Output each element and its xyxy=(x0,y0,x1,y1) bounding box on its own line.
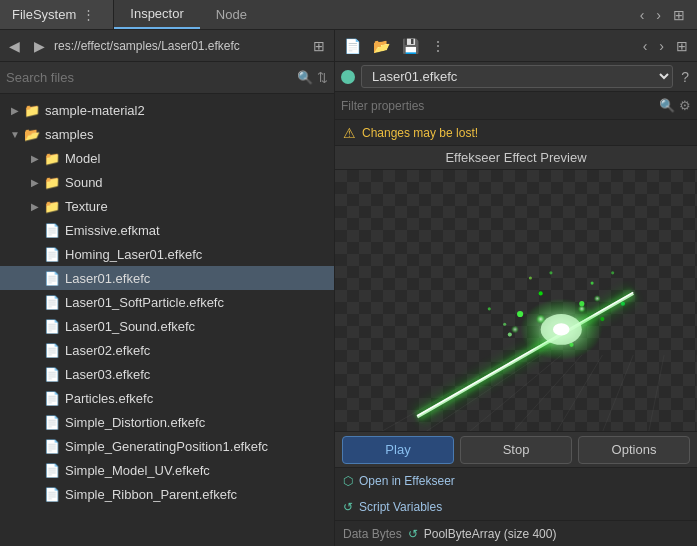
nav-next-button[interactable]: › xyxy=(654,36,669,56)
script-variables-link[interactable]: ↺ Script Variables xyxy=(335,494,697,520)
chevron-right-icon: ▶ xyxy=(28,201,42,212)
svg-line-10 xyxy=(417,293,633,416)
new-resource-button[interactable]: 📄 xyxy=(339,36,366,56)
chevron-right-icon: ▶ xyxy=(28,153,42,164)
list-item[interactable]: ▶ 📁 sample-material2 xyxy=(0,98,334,122)
filesystem-tab-menu[interactable]: ⋮ xyxy=(82,7,101,22)
list-item[interactable]: ▶ 📁 Texture xyxy=(0,194,334,218)
file-icon: 📄 xyxy=(44,367,60,382)
svg-point-24 xyxy=(569,343,573,347)
preview-canvas xyxy=(335,170,697,431)
left-panel: ◀ ▶ res://effect/samples/Laser01.efkefc … xyxy=(0,30,335,546)
folder-icon: 📁 xyxy=(44,151,60,166)
list-item[interactable]: ▶ 📁 Model xyxy=(0,146,334,170)
list-item[interactable]: ▶ 📄 Emissive.efkmat xyxy=(0,218,334,242)
path-back-button[interactable]: ◀ xyxy=(4,36,25,56)
path-layout-button[interactable]: ⊞ xyxy=(308,36,330,56)
svg-line-6 xyxy=(644,355,665,431)
svg-point-21 xyxy=(591,282,594,285)
list-item[interactable]: ▶ 📄 Laser01_SoftParticle.efkefc xyxy=(0,290,334,314)
list-item[interactable]: ▶ 📄 Laser01.efkefc xyxy=(0,266,334,290)
file-icon: 📄 xyxy=(44,463,60,478)
right-panel: 📄 📂 💾 ⋮ ‹ › ⊞ Laser01.efkefc ? 🔍 ⚙ ⚠ Ch xyxy=(335,30,697,546)
tree-item-label: Laser02.efkefc xyxy=(65,343,150,358)
tree-item-label: Simple_GeneratingPosition1.efkefc xyxy=(65,439,268,454)
top-bar: FileSystem ⋮ Inspector Node ‹ › ⊞ xyxy=(0,0,697,30)
tree-item-label: Simple_Distortion.efkefc xyxy=(65,415,205,430)
options-button[interactable]: Options xyxy=(578,436,690,464)
tab-node[interactable]: Node xyxy=(200,0,263,29)
tree-item-label: Sound xyxy=(65,175,103,190)
resource-selector[interactable]: Laser01.efkefc xyxy=(361,65,673,88)
list-item[interactable]: ▶ 📄 Simple_Distortion.efkefc xyxy=(0,410,334,434)
list-item[interactable]: ▶ 📁 Sound xyxy=(0,170,334,194)
filter-options-button[interactable]: ⚙ xyxy=(679,98,691,113)
list-item[interactable]: ▶ 📄 Laser03.efkefc xyxy=(0,362,334,386)
svg-line-11 xyxy=(417,292,633,415)
svg-point-25 xyxy=(503,323,506,326)
history-button[interactable]: ⊞ xyxy=(671,36,693,56)
play-button[interactable]: Play xyxy=(342,436,454,464)
list-item[interactable]: ▶ 📄 Homing_Laser01.efkefc xyxy=(0,242,334,266)
list-item[interactable]: ▼ 📂 samples xyxy=(0,122,334,146)
open-effekseer-link[interactable]: ⬡ Open in Effekseer xyxy=(335,468,697,494)
svg-point-20 xyxy=(488,307,491,310)
search-input[interactable] xyxy=(6,70,293,85)
doc-button[interactable]: ? xyxy=(679,67,691,87)
filter-bar: 🔍 ⚙ xyxy=(335,92,697,120)
tree-item-label: Laser01_Sound.efkefc xyxy=(65,319,195,334)
script-variables-label: Script Variables xyxy=(359,500,442,514)
tree-item-label: Homing_Laser01.efkefc xyxy=(65,247,202,262)
save-resource-button[interactable]: 💾 xyxy=(397,36,424,56)
filter-input[interactable] xyxy=(341,99,655,113)
svg-point-30 xyxy=(511,325,519,333)
tree-item-label: Model xyxy=(65,151,100,166)
svg-point-18 xyxy=(600,317,604,321)
tree-item-label: samples xyxy=(45,127,93,142)
list-item[interactable]: ▶ 📄 Simple_GeneratingPosition1.efkefc xyxy=(0,434,334,458)
list-item[interactable]: ▶ 📄 Simple_Ribbon_Parent.efkefc xyxy=(0,482,334,506)
svg-point-23 xyxy=(529,276,532,279)
tab-inspector[interactable]: Inspector xyxy=(114,0,199,29)
inspector-toolbar: 📄 📂 💾 ⋮ ‹ › ⊞ xyxy=(335,30,697,62)
tree-item-label: Laser03.efkefc xyxy=(65,367,150,382)
file-icon: 📄 xyxy=(44,271,60,286)
tree-item-label: Laser01.efkefc xyxy=(65,271,150,286)
search-bar: 🔍 ⇅ xyxy=(0,62,334,94)
file-icon: 📄 xyxy=(44,415,60,430)
tree-item-label: Simple_Model_UV.efkefc xyxy=(65,463,210,478)
file-icon: 📄 xyxy=(44,487,60,502)
svg-point-19 xyxy=(508,332,512,336)
list-item[interactable]: ▶ 📄 Particles.efkefc xyxy=(0,386,334,410)
expand-button[interactable]: ⊞ xyxy=(669,5,689,25)
path-forward-button[interactable]: ▶ xyxy=(29,36,50,56)
filter-search-button[interactable]: 🔍 xyxy=(659,98,675,113)
svg-point-26 xyxy=(549,271,552,274)
tree-item-label: Simple_Ribbon_Parent.efkefc xyxy=(65,487,237,502)
data-bytes-label: Data Bytes xyxy=(343,527,402,541)
resource-menu-button[interactable]: ⋮ xyxy=(426,36,450,56)
search-button[interactable]: 🔍 xyxy=(297,70,313,85)
inspector-area-tabs: Inspector Node ‹ › ⊞ xyxy=(114,0,697,29)
list-item[interactable]: ▶ 📄 Laser02.efkefc xyxy=(0,338,334,362)
list-item[interactable]: ▶ 📄 Simple_Model_UV.efkefc xyxy=(0,458,334,482)
data-bytes-value: PoolByteArray (size 400) xyxy=(424,527,557,541)
nav-forward-button[interactable]: › xyxy=(652,5,665,25)
preview-title: Effekseer Effect Preview xyxy=(335,146,697,170)
tree-item-label: sample-material2 xyxy=(45,103,145,118)
svg-point-27 xyxy=(611,271,614,274)
file-icon: 📄 xyxy=(44,223,60,238)
chevron-down-icon: ▼ xyxy=(8,129,22,140)
nav-back-button[interactable]: ‹ xyxy=(636,5,649,25)
stop-button[interactable]: Stop xyxy=(460,436,572,464)
warning-icon: ⚠ xyxy=(343,125,356,141)
data-bytes-icon: ↺ xyxy=(408,527,418,541)
file-icon: 📄 xyxy=(44,247,60,262)
filesystem-tab[interactable]: FileSystem ⋮ xyxy=(0,0,114,29)
svg-point-29 xyxy=(578,305,586,313)
warning-bar: ⚠ Changes may be lost! xyxy=(335,120,697,146)
load-resource-button[interactable]: 📂 xyxy=(368,36,395,56)
nav-prev-button[interactable]: ‹ xyxy=(638,36,653,56)
list-item[interactable]: ▶ 📄 Laser01_Sound.efkefc xyxy=(0,314,334,338)
sort-button[interactable]: ⇅ xyxy=(317,70,328,85)
